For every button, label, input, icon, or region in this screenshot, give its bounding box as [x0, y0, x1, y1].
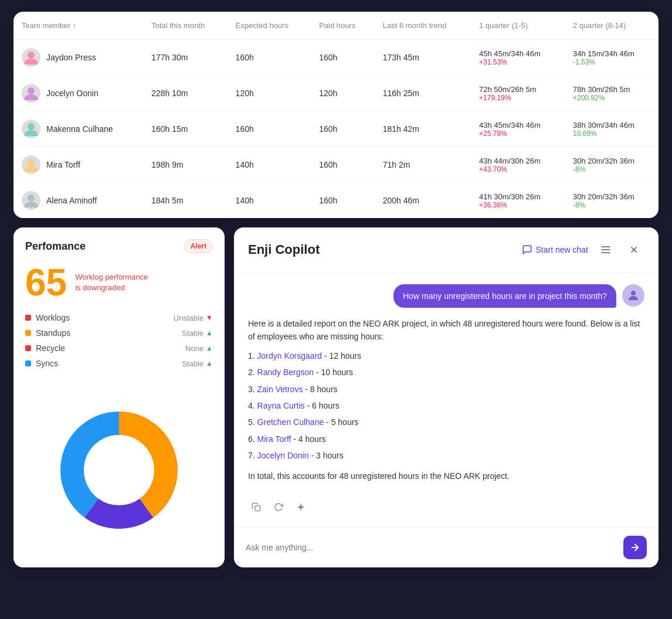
q1-cell: 43h 45m/34h 46m +25.78%	[471, 111, 565, 147]
hours-text: - 8 hours	[305, 385, 337, 394]
total-cell: 184h 5m	[143, 183, 227, 219]
refresh-icon	[274, 502, 283, 512]
member-name: Jocelyn Oonin	[46, 89, 99, 98]
svg-point-4	[28, 195, 35, 202]
list-item: 1. Jordyn Korsgaard - 12 hours	[248, 349, 644, 362]
employee-link[interactable]: Jocelyn Donin	[257, 451, 309, 460]
member-name: Alena Aminoff	[46, 196, 97, 205]
table-row: Mira Torff 198h 9m 140h 160h 71h 2m 43h …	[13, 147, 659, 183]
menu-button[interactable]	[595, 239, 616, 260]
q1-cell: 45h 45m/34h 46m +31.53%	[471, 40, 565, 76]
metric-row: Worklogs Unstable ▼	[25, 313, 213, 322]
svg-point-1	[28, 87, 35, 94]
col-q2: 2 quarter (8-14)	[565, 12, 659, 40]
metric-name: Syncs	[36, 359, 58, 368]
metric-label: Standups	[25, 328, 70, 338]
metric-row: Standups Stable ▲	[25, 328, 213, 338]
close-button[interactable]	[623, 239, 644, 260]
metric-dot	[25, 345, 31, 351]
bot-footer: In total, this accounts for 48 unregiste…	[248, 470, 644, 482]
bot-message: Here is a detailed report on the NEO ARK…	[248, 317, 644, 482]
svg-rect-15	[255, 506, 260, 511]
hours-text: - 5 hours	[326, 417, 358, 427]
total-cell: 228h 10m	[143, 76, 227, 111]
metric-dot	[25, 315, 31, 321]
employee-link[interactable]: Jordyn Korsgaard	[257, 351, 323, 360]
perf-score: 65	[25, 264, 67, 301]
copilot-title: Enji Copilot	[248, 242, 515, 257]
employee-link[interactable]: Rayna Curtis	[257, 401, 305, 410]
expected-cell: 160h	[228, 111, 311, 147]
avatar	[22, 48, 40, 67]
employee-link[interactable]: Gretchen Culhane	[257, 417, 324, 427]
send-button[interactable]	[623, 536, 647, 559]
user-avatar	[622, 284, 644, 307]
sparkle-button[interactable]	[293, 499, 309, 515]
hours-text: - 3 hours	[311, 451, 343, 460]
svg-point-2	[28, 123, 35, 130]
copilot-header: Enji Copilot Start new chat	[234, 227, 659, 273]
employee-list: 1. Jordyn Korsgaard - 12 hours2. Randy B…	[248, 349, 644, 462]
user-bubble: How many unregistered hours are in proje…	[393, 284, 616, 308]
trend-cell: 71h 2m	[375, 147, 471, 183]
metric-status-text: None	[185, 344, 203, 353]
metric-label: Worklogs	[25, 313, 70, 322]
list-item: 2. Randy Bergson - 10 hours	[248, 366, 644, 379]
q2-cell: 34h 15m/34h 46m -1.53%	[565, 40, 659, 76]
table-row: Alena Aminoff 184h 5m 140h 160h 200h 46m…	[13, 183, 659, 219]
q2-cell: 30h 20m/32h 36m -8%	[565, 183, 659, 219]
member-name: Makenna Culhane	[46, 124, 113, 134]
metric-dot	[25, 360, 31, 366]
member-name: Mira Torff	[46, 160, 80, 169]
menu-icon	[600, 244, 612, 256]
table-row: Makenna Culhane 160h 15m 160h 160h 181h …	[13, 111, 659, 147]
perf-score-row: 65 Worklog performance is downgraded	[25, 264, 213, 301]
employee-link[interactable]: Randy Bergson	[257, 368, 314, 377]
send-icon	[630, 542, 640, 553]
trend-cell: 173h 45m	[375, 40, 471, 76]
metric-status: Stable ▲	[182, 359, 213, 368]
chat-icon	[522, 244, 532, 255]
hours-text: - 12 hours	[324, 351, 361, 360]
perf-header: Perfomance Alert	[25, 239, 213, 253]
bot-actions	[248, 499, 644, 515]
metric-row: Syncs Stable ▲	[25, 359, 213, 368]
q2-cell: 38h 30m/34h 46m 10.69%	[565, 111, 659, 147]
table-panel: Team member ↑ Total this month Expected …	[13, 12, 659, 218]
metric-arrow: ▲	[206, 359, 213, 368]
paid-cell: 160h	[311, 40, 375, 76]
metric-name: Standups	[36, 328, 70, 338]
expected-cell: 160h	[228, 40, 311, 76]
avatar	[22, 84, 40, 103]
employee-link[interactable]: Zain Vetrovs	[257, 385, 303, 394]
employee-link[interactable]: Mira Torff	[257, 434, 291, 444]
svg-point-0	[28, 52, 35, 59]
member-cell: Jaydon Press	[22, 48, 135, 67]
bot-intro: Here is a detailed report on the NEO ARK…	[248, 317, 644, 343]
refresh-button[interactable]	[270, 499, 287, 515]
col-q1: 1 quarter (1-5)	[471, 12, 565, 40]
table-row: Jocelyn Oonin 228h 10m 120h 120h 116h 25…	[13, 76, 659, 111]
chat-input[interactable]	[246, 543, 617, 552]
list-item: 4. Rayna Curtis - 6 hours	[248, 399, 644, 412]
total-cell: 160h 15m	[143, 111, 227, 147]
performance-panel: Perfomance Alert 65 Worklog performance …	[13, 227, 225, 567]
metric-arrow: ▲	[206, 344, 213, 352]
donut-chart	[55, 406, 184, 535]
metric-status-text: Unstable	[174, 314, 203, 322]
svg-point-8	[87, 438, 151, 502]
start-new-chat-button[interactable]: Start new chat	[522, 244, 589, 255]
perf-metrics: Worklogs Unstable ▼ Standups Stable ▲ Re…	[25, 313, 213, 368]
member-cell: Mira Torff	[22, 155, 135, 174]
copilot-body: How many unregistered hours are in proje…	[234, 273, 659, 527]
hours-text: - 6 hours	[307, 401, 339, 410]
copy-button[interactable]	[248, 499, 264, 515]
col-team-member[interactable]: Team member ↑	[13, 12, 143, 40]
list-item: 7. Jocelyn Donin - 3 hours	[248, 449, 644, 462]
hours-text: - 4 hours	[293, 434, 325, 444]
hours-text: - 10 hours	[316, 368, 353, 377]
paid-cell: 160h	[311, 147, 375, 183]
close-icon	[629, 244, 639, 255]
expected-cell: 140h	[228, 147, 311, 183]
donut-chart-container	[25, 385, 213, 556]
